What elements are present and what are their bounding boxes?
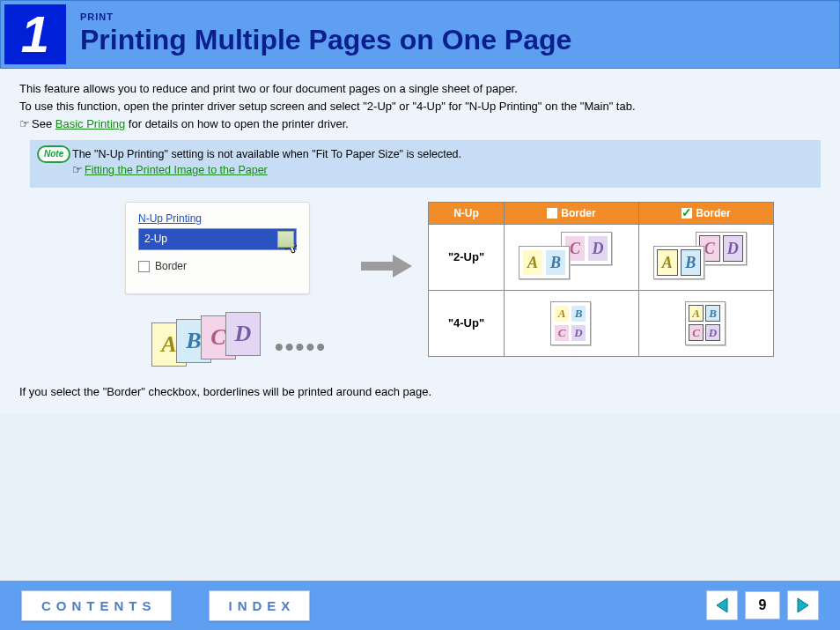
intro-see-line: ☞See Basic Printing for details on how t… — [19, 116, 821, 132]
nup-group-label: N-Up Printing — [138, 211, 297, 226]
th-nup: N-Up — [429, 202, 505, 225]
note-box: Note The "N-Up Printing" setting is not … — [30, 140, 821, 188]
fitting-image-link[interactable]: Fitting the Printed Image to the Paper — [85, 164, 268, 176]
content-area: This feature allows you to reduce and pr… — [0, 69, 840, 414]
th-border-checked: Border — [639, 202, 774, 225]
note-text: The "N-Up Printing" setting is not avail… — [72, 147, 810, 163]
cell-4up-noborder: A B C D — [505, 291, 639, 357]
arrow-icon — [361, 255, 412, 278]
chapter-number: 1 — [4, 4, 66, 64]
pointer-icon: ☞ — [72, 162, 83, 178]
svg-marker-3 — [798, 598, 808, 612]
cell-2up-border: C D A B — [639, 225, 774, 291]
cell-2up-noborder: C D A B — [505, 225, 639, 291]
nup-dropdown[interactable]: 2-Up — [138, 228, 297, 250]
header-text: PRINT Printing Multiple Pages on One Pag… — [66, 4, 586, 64]
page-title: Printing Multiple Pages on One Page — [80, 24, 571, 56]
svg-marker-2 — [717, 598, 727, 612]
ellipsis-icon: ••••• — [275, 330, 327, 364]
intro-line-1: This feature allows you to reduce and pr… — [19, 81, 821, 97]
basic-printing-link[interactable]: Basic Printing — [55, 117, 125, 130]
note-link-line: ☞Fitting the Printed Image to the Paper — [72, 162, 810, 179]
footer-note: If you select the "Border" checkbox, bor… — [19, 384, 821, 400]
page-D: D — [225, 312, 261, 356]
cell-4up-border: A B C D — [639, 291, 774, 357]
footer-bar: CONTENTS INDEX 9 — [0, 581, 840, 630]
svg-marker-1 — [393, 255, 412, 278]
border-checkbox-row[interactable]: Border — [138, 259, 297, 274]
border-checkbox[interactable] — [138, 261, 150, 272]
row-2up-label: "2-Up" — [429, 225, 505, 291]
th-border-unchecked: Border — [505, 202, 639, 225]
contents-button[interactable]: CONTENTS — [21, 590, 172, 621]
page-number: 9 — [745, 591, 780, 619]
unchecked-box-icon — [547, 208, 557, 219]
border-checkbox-label: Border — [155, 259, 187, 274]
left-column: N-Up Printing 2-Up Border A B C D ••••• — [125, 202, 345, 375]
page-header: 1 PRINT Printing Multiple Pages on One P… — [0, 0, 840, 69]
row-4up-label: "4-Up" — [429, 291, 505, 357]
checked-box-icon — [682, 208, 692, 219]
pointer-icon: ☞ — [19, 116, 30, 132]
prev-page-button[interactable] — [706, 590, 738, 620]
diagram-area: N-Up Printing 2-Up Border A B C D ••••• — [125, 202, 821, 375]
printer-driver-panel: N-Up Printing 2-Up Border — [125, 202, 310, 294]
cursor-icon — [285, 236, 301, 262]
index-button[interactable]: INDEX — [209, 590, 311, 621]
pager: 9 — [706, 590, 819, 620]
note-badge: Note — [37, 145, 70, 163]
svg-rect-0 — [361, 262, 393, 271]
next-page-button[interactable] — [787, 590, 819, 620]
intro-line-2: To use this function, open the printer d… — [19, 99, 821, 115]
source-pages-illustration: A B C D ••••• — [151, 314, 345, 375]
section-label: PRINT — [80, 11, 571, 22]
result-table: N-Up Border Border "2-Up" C D A B — [428, 202, 774, 358]
